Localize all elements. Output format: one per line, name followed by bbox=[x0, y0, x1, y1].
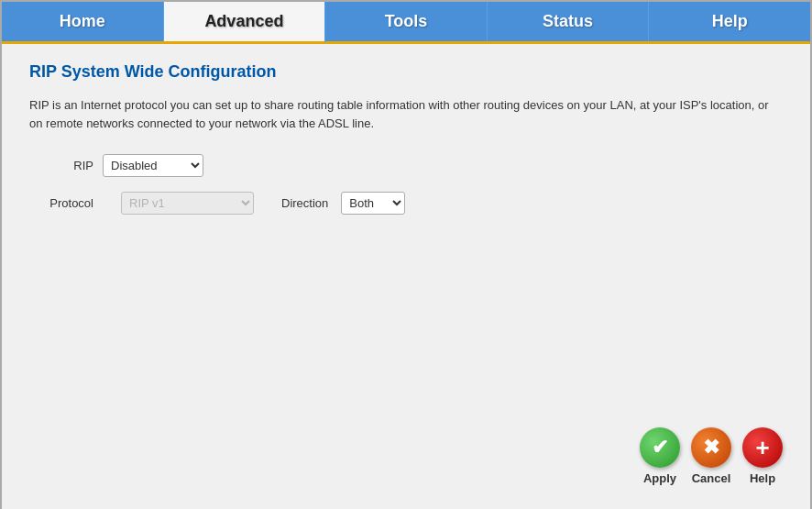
main-content: RIP System Wide Configuration RIP is an … bbox=[2, 44, 810, 509]
direction-group: Direction Both In Only Out Only bbox=[281, 192, 405, 215]
rip-select[interactable]: Disabled Enabled bbox=[103, 154, 203, 177]
help-label: Help bbox=[750, 471, 775, 485]
apply-button[interactable]: ✔ Apply bbox=[640, 427, 680, 485]
cancel-icon: ✖ bbox=[691, 427, 731, 468]
rip-label: RIP bbox=[29, 159, 93, 172]
page-title: RIP System Wide Configuration bbox=[29, 62, 783, 82]
button-bar: ✔ Apply ✖ Cancel + Help bbox=[640, 427, 783, 485]
navbar: Home Advanced Tools Status Help bbox=[2, 2, 810, 44]
apply-icon: ✔ bbox=[640, 427, 680, 468]
help-button[interactable]: + Help bbox=[742, 427, 783, 485]
direction-select[interactable]: Both In Only Out Only bbox=[341, 192, 405, 215]
apply-label: Apply bbox=[643, 471, 676, 485]
protocol-direction-row: Protocol RIP v1 RIP v2 Both Direction Bo… bbox=[29, 192, 783, 215]
help-icon: + bbox=[742, 427, 783, 468]
nav-status[interactable]: Status bbox=[488, 2, 650, 41]
rip-row: RIP Disabled Enabled bbox=[29, 154, 783, 177]
protocol-select[interactable]: RIP v1 RIP v2 Both bbox=[121, 192, 254, 215]
nav-help[interactable]: Help bbox=[649, 2, 810, 41]
configuration-form: RIP Disabled Enabled Protocol RIP v1 RIP… bbox=[29, 154, 783, 215]
nav-home[interactable]: Home bbox=[2, 2, 164, 41]
direction-label: Direction bbox=[281, 196, 328, 210]
page-description: RIP is an Internet protocol you can set … bbox=[29, 96, 783, 132]
protocol-label: Protocol bbox=[29, 196, 93, 210]
cancel-button[interactable]: ✖ Cancel bbox=[691, 427, 731, 485]
nav-tools[interactable]: Tools bbox=[325, 2, 488, 41]
nav-advanced[interactable]: Advanced bbox=[164, 2, 326, 44]
cancel-label: Cancel bbox=[692, 471, 731, 485]
